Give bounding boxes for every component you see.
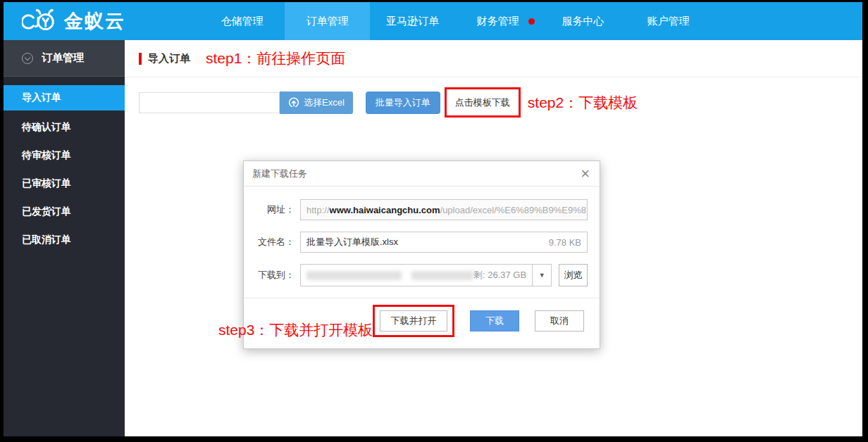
import-toolbar: 选择Excel 批量导入订单 点击模板下载 step2：下载模板 <box>139 87 862 118</box>
sidebar: 订单管理 导入订单 待确认订单 待审核订单 已审核订单 已发货订单 已取消订单 <box>4 40 125 436</box>
sidebar-item-pending-review-orders[interactable]: 待审核订单 <box>4 141 125 170</box>
page-header: 导入订单 step1：前往操作页面 <box>125 40 862 77</box>
filename-input[interactable]: 批量导入订单模版.xlsx 9.78 KB <box>300 232 588 253</box>
file-size: 9.78 KB <box>549 237 581 248</box>
url-prefix: http:// <box>306 205 330 215</box>
url-domain: www.haiwaicangchu.com <box>330 205 440 215</box>
download-path-input[interactable]: 剩: 26.37 GB <box>300 264 532 286</box>
template-download-link[interactable]: 点击模板下载 <box>455 97 510 108</box>
chevron-down-circle-icon <box>22 53 33 64</box>
brand-name: 金蚁云 <box>64 8 125 34</box>
choose-excel-button[interactable]: 选择Excel <box>280 91 353 114</box>
close-icon[interactable]: × <box>579 166 591 182</box>
filename-row: 文件名： 批量导入订单模版.xlsx 9.78 KB <box>258 232 588 253</box>
dialog-title: 新建下载任务 <box>252 168 579 180</box>
nav-item-amazon-orders[interactable]: 亚马逊订单 <box>370 2 455 40</box>
annotation-step1: step1：前往操作页面 <box>206 49 345 68</box>
download-and-open-button[interactable]: 下载并打开 <box>380 310 447 332</box>
annotation-step2: step2：下载模板 <box>528 93 638 113</box>
page-title: 导入订单 <box>148 52 190 65</box>
sidebar-item-cancelled-orders[interactable]: 已取消订单 <box>4 226 125 254</box>
url-label: 网址： <box>258 203 294 216</box>
bulk-import-button[interactable]: 批量导入订单 <box>366 91 440 114</box>
template-download-highlight: 点击模板下载 <box>445 87 521 118</box>
top-navbar: 金蚁云 仓储管理 订单管理 亚马逊订单 财务管理 服务中心 账户管理 <box>4 2 862 40</box>
nav-item-service-center[interactable]: 服务中心 <box>540 2 626 40</box>
dialog-body: 网址： http://www.haiwaicangchu.com/upload/… <box>244 187 600 286</box>
sidebar-header-label: 订单管理 <box>42 51 84 65</box>
nav-item-warehouse[interactable]: 仓储管理 <box>199 2 285 40</box>
filename-label: 文件名： <box>258 236 294 248</box>
upload-icon <box>288 97 299 108</box>
url-path: /upload/excel/%E6%89%B9%E9%87%8 <box>440 205 588 215</box>
download-to-row: 下载到： 剩: 26.37 GB ▼ 浏览 <box>258 264 588 286</box>
sidebar-item-pending-confirm-orders[interactable]: 待确认订单 <box>4 113 125 141</box>
sidebar-item-reviewed-orders[interactable]: 已审核订单 <box>4 170 125 198</box>
nav-item-finance-label: 财务管理 <box>477 15 519 28</box>
choose-excel-label: 选择Excel <box>304 96 345 109</box>
redacted-path-segment <box>411 271 473 280</box>
redacted-path-segment <box>306 271 402 280</box>
app-window: 金蚁云 仓储管理 订单管理 亚马逊订单 财务管理 服务中心 账户管理 订单管理 … <box>4 2 862 436</box>
free-space-text: 剩: 26.37 GB <box>473 269 526 282</box>
excel-file-input[interactable] <box>139 92 280 113</box>
nav-item-orders[interactable]: 订单管理 <box>285 2 370 40</box>
title-marker <box>139 53 142 65</box>
caret-down-icon: ▼ <box>539 272 545 279</box>
brand-logo[interactable]: 金蚁云 <box>4 2 199 40</box>
download-path-group: 剩: 26.37 GB ▼ <box>300 264 552 286</box>
path-dropdown-button[interactable]: ▼ <box>532 264 552 286</box>
browse-button[interactable]: 浏览 <box>559 264 588 286</box>
download-to-label: 下载到： <box>258 269 294 282</box>
sidebar-item-shipped-orders[interactable]: 已发货订单 <box>4 198 125 226</box>
filename-value: 批量导入订单模版.xlsx <box>306 236 398 248</box>
annotation-step3: step3：下载并打开模板 <box>218 320 373 340</box>
url-input[interactable]: http://www.haiwaicangchu.com/upload/exce… <box>300 199 588 220</box>
dialog-title-bar[interactable]: 新建下载任务 × <box>244 161 600 187</box>
download-open-highlight: 下载并打开 <box>373 305 454 337</box>
nav-item-finance[interactable]: 财务管理 <box>455 2 540 40</box>
notification-dot <box>528 18 535 25</box>
download-button[interactable]: 下载 <box>470 310 519 332</box>
main-navigation: 仓储管理 订单管理 亚马逊订单 财务管理 服务中心 账户管理 <box>199 2 711 40</box>
url-row: 网址： http://www.haiwaicangchu.com/upload/… <box>258 199 588 220</box>
cancel-button[interactable]: 取消 <box>535 310 584 332</box>
sidebar-item-import-orders[interactable]: 导入订单 <box>4 85 125 110</box>
logo-ant-icon <box>22 8 58 34</box>
nav-item-account[interactable]: 账户管理 <box>626 2 711 40</box>
sidebar-header-order-management[interactable]: 订单管理 <box>4 40 125 77</box>
